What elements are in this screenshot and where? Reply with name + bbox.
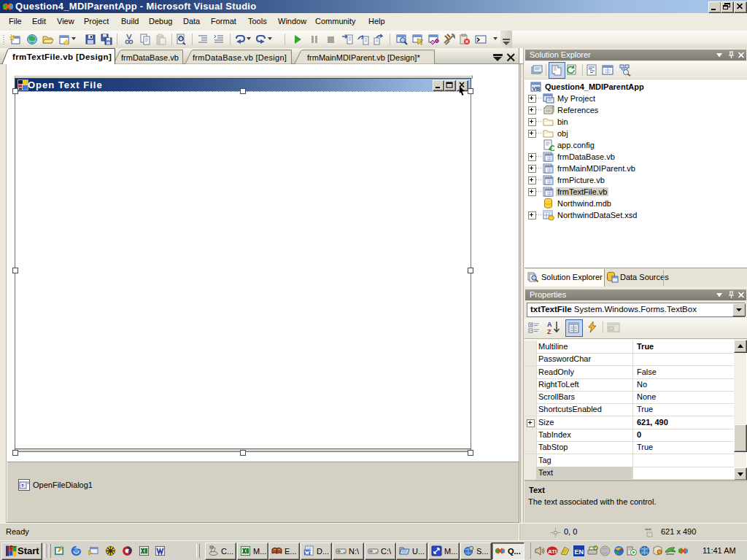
svg-text:ATI: ATI	[548, 548, 557, 555]
svg-text:EN: EN	[575, 548, 584, 556]
svg-text:6: 6	[128, 549, 131, 554]
svg-text:Z: Z	[547, 328, 551, 335]
svg-text:A: A	[547, 321, 552, 328]
svg-text:VB: VB	[533, 85, 541, 92]
